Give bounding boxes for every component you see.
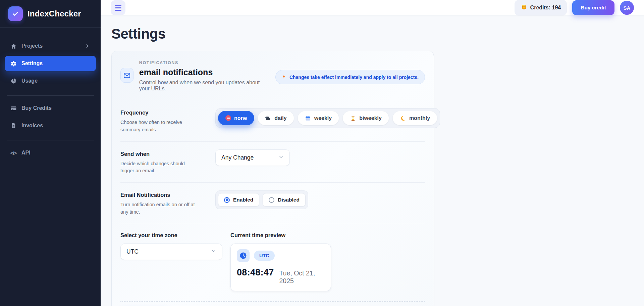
- credits-label: Credits: 194: [530, 5, 561, 11]
- coins-icon: [521, 4, 527, 12]
- sidebar-item-label: Usage: [21, 78, 38, 84]
- time-preview-label: Current time preview: [230, 232, 331, 238]
- sidebar-divider: [7, 95, 94, 96]
- avatar[interactable]: SA: [620, 1, 634, 15]
- mail-icon: [120, 68, 133, 83]
- email-notifications-label: Email Notifications: [120, 190, 215, 198]
- sidebar-item-settings[interactable]: Settings: [5, 56, 96, 71]
- invoice-icon: [10, 122, 17, 129]
- timezone-badge: UTC: [254, 251, 275, 261]
- frequency-option-monthly[interactable]: monthly: [392, 111, 437, 125]
- brand-name: IndexChecker: [28, 9, 81, 18]
- send-when-select[interactable]: Any Change: [215, 149, 290, 166]
- email-notifications-description: Turn notification emails on or off at an…: [120, 201, 199, 216]
- frequency-option-label: daily: [274, 115, 286, 121]
- frequency-row: Frequency Choose how often to receive su…: [120, 100, 425, 142]
- sidebar-nav: Projects Settings Usage Buy Credits: [0, 28, 101, 163]
- sidebar-toggle-button[interactable]: [111, 0, 125, 15]
- email-notifications-card: NOTIFICATIONS email notifications Contro…: [111, 51, 434, 306]
- send-when-description: Decide which changes should trigger an e…: [120, 160, 199, 175]
- sidebar-item-projects[interactable]: Projects: [5, 38, 96, 54]
- chevron-right-icon: [84, 43, 91, 49]
- gear-icon: [10, 60, 17, 67]
- code-icon: </>: [10, 149, 17, 156]
- brand-logo-checkmark-icon: [8, 6, 23, 21]
- frequency-option-label: monthly: [409, 115, 430, 121]
- credit-card-icon: [10, 105, 17, 112]
- lightning-bolt-icon: [282, 74, 286, 80]
- frequency-segmented-control: none daily weekly: [215, 108, 440, 128]
- email-notifications-radio-group: Enabled Disabled: [215, 190, 308, 209]
- send-when-value: Any Change: [221, 154, 254, 161]
- crescent-moon-icon: [400, 115, 406, 121]
- email-notifications-row: Email Notifications Turn notification em…: [120, 183, 425, 224]
- sidebar-item-buy-credits[interactable]: Buy Credits: [5, 100, 96, 116]
- section-eyebrow: NOTIFICATIONS: [139, 60, 270, 65]
- timezone-value: UTC: [126, 248, 139, 255]
- timezone-label: Select your time zone: [120, 232, 222, 238]
- chevron-down-icon: [211, 248, 216, 255]
- radio-unselected-icon: [269, 197, 274, 203]
- current-date: Tue, Oct 21, 2025: [279, 269, 325, 285]
- sidebar-item-usage[interactable]: Usage: [5, 73, 96, 89]
- buy-credit-button[interactable]: Buy credit: [572, 0, 614, 15]
- card-title: email notifications: [139, 68, 270, 77]
- radio-label: Disabled: [278, 197, 300, 203]
- frequency-option-label: weekly: [314, 115, 332, 121]
- radio-enabled[interactable]: Enabled: [218, 193, 259, 207]
- notice-text: Changes take effect immediately and appl…: [289, 75, 419, 80]
- timezone-select[interactable]: UTC: [120, 244, 222, 260]
- card-subtitle: Control how and when we send you updates…: [139, 80, 270, 92]
- no-entry-icon: [225, 115, 231, 121]
- sidebar: IndexChecker Projects Settings Usage: [0, 0, 101, 306]
- clock-icon: [237, 249, 250, 262]
- chevron-down-icon: [278, 154, 284, 161]
- frequency-label: Frequency: [120, 108, 215, 116]
- frequency-option-daily[interactable]: daily: [258, 111, 294, 125]
- pie-chart-icon: [10, 78, 17, 84]
- brand: IndexChecker: [0, 0, 101, 28]
- main-area: Credits: 194 Buy credit SA Settings NOTI…: [101, 0, 644, 306]
- radio-label: Enabled: [233, 197, 253, 203]
- hourglass-icon: [350, 115, 356, 121]
- sidebar-item-label: API: [21, 150, 31, 156]
- frequency-description: Choose how often to receive summary emai…: [120, 119, 199, 134]
- card-footer: Save changes: [120, 301, 425, 306]
- frequency-option-label: biweekly: [359, 115, 382, 121]
- time-preview-card: UTC 08:48:47 Tue, Oct 21, 2025: [230, 244, 331, 291]
- send-when-row: Send when Decide which changes should tr…: [120, 142, 425, 183]
- sun-behind-cloud-icon: [265, 115, 271, 121]
- timezone-row: Select your time zone UTC Current time p…: [120, 224, 425, 301]
- frequency-option-none[interactable]: none: [218, 111, 254, 125]
- sidebar-item-label: Projects: [21, 43, 43, 49]
- current-time: 08:48:47: [237, 267, 274, 278]
- page-title: Settings: [111, 26, 631, 42]
- sidebar-item-api[interactable]: </> API: [5, 145, 96, 161]
- sidebar-divider: [7, 140, 94, 140]
- topbar: Credits: 194 Buy credit SA: [101, 0, 644, 16]
- sidebar-item-label: Settings: [21, 60, 43, 67]
- radio-disabled[interactable]: Disabled: [263, 193, 306, 207]
- card-header: NOTIFICATIONS email notifications Contro…: [112, 51, 434, 100]
- calendar-icon: [305, 115, 311, 121]
- card-body: Frequency Choose how often to receive su…: [112, 100, 434, 301]
- frequency-option-weekly[interactable]: weekly: [298, 111, 339, 125]
- sidebar-item-label: Invoices: [21, 123, 43, 129]
- frequency-option-biweekly[interactable]: biweekly: [342, 111, 389, 125]
- send-when-label: Send when: [120, 149, 215, 157]
- credits-badge: Credits: 194: [515, 0, 567, 15]
- content: Settings NOTIFICATIONS email notificatio…: [101, 16, 644, 306]
- notice-badge: Changes take effect immediately and appl…: [275, 70, 425, 84]
- frequency-option-label: none: [234, 115, 247, 121]
- sidebar-item-label: Buy Credits: [21, 105, 52, 111]
- radio-selected-icon: [224, 197, 230, 203]
- home-icon: [10, 43, 17, 49]
- sidebar-item-invoices[interactable]: Invoices: [5, 118, 96, 133]
